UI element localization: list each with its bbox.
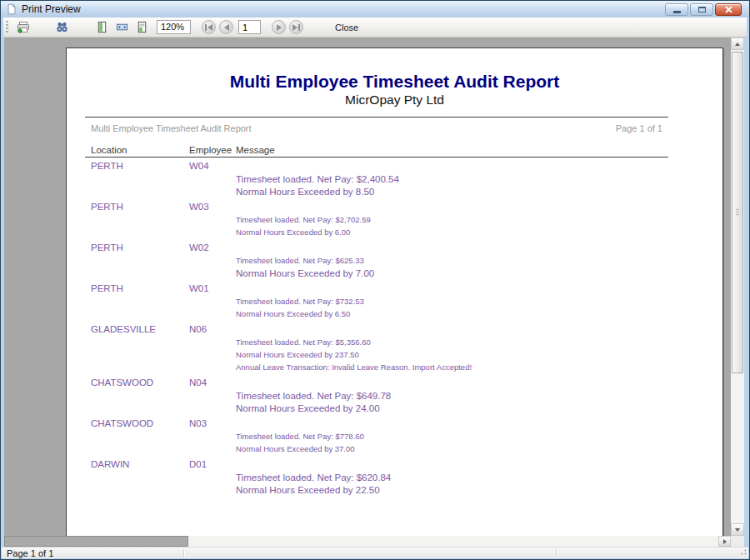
- window-controls: [665, 3, 742, 16]
- print-button[interactable]: [13, 18, 33, 36]
- row-message: Normal Hours Exceeded by 22.50: [236, 484, 722, 497]
- toolbar-grip[interactable]: [6, 21, 8, 34]
- row-message: Timesheet loaded. Net Pay: $625.33: [236, 255, 722, 268]
- row-message: Timesheet loaded. Net Pay: $2,400.54: [236, 173, 722, 186]
- row-message: Normal Hours Exceeded by 7.00: [236, 268, 722, 280]
- vertical-scrollbar[interactable]: [731, 38, 744, 536]
- preview-area: Multi Employee Timesheet Audit Report Mi…: [4, 38, 744, 547]
- row-location: DARWIN: [91, 458, 189, 470]
- page-width-icon: [116, 21, 128, 33]
- subheader-title: Multi Employee Timesheet Audit Report: [91, 123, 252, 134]
- close-preview-button[interactable]: Close: [328, 20, 365, 35]
- row-message: Timesheet loaded. Net Pay: $732.53: [236, 296, 722, 308]
- status-text: Page 1 of 1: [7, 548, 53, 558]
- table-row: CHATSWOODN04 Timesheet loaded. Net Pay: …: [67, 377, 722, 415]
- row-message: Normal Hours Exceeded by 24.00: [236, 402, 722, 415]
- row-employee: N04: [189, 378, 207, 388]
- row-employee: N03: [189, 418, 207, 428]
- row-message: Timesheet loaded. Net Pay: $620.84: [236, 472, 722, 484]
- document-icon: [6, 3, 18, 15]
- previous-page-button[interactable]: [219, 20, 233, 34]
- table-row: PERTHW02 Timesheet loaded. Net Pay: $625…: [67, 242, 722, 280]
- row-employee: W04: [189, 161, 209, 171]
- horizontal-scrollbar-thumb[interactable]: [4, 536, 188, 547]
- subheader-page-indicator: Page 1 of 1: [616, 123, 662, 134]
- row-location: PERTH: [91, 242, 189, 253]
- row-location: PERTH: [91, 160, 189, 172]
- whole-page-icon: [96, 21, 108, 33]
- row-message: Normal Hours Exceeded by 6.50: [236, 308, 722, 321]
- chevron-right-icon: [723, 539, 727, 544]
- table-row: PERTHW01 Timesheet loaded. Net Pay: $732…: [67, 282, 722, 321]
- row-message: Timesheet loaded. Net Pay: $5,356.60: [236, 337, 722, 349]
- report-title: Multi Employee Timesheet Audit Report: [67, 72, 722, 92]
- first-page-icon: [205, 24, 212, 31]
- previous-page-icon: [223, 24, 230, 31]
- row-message: Timesheet loaded. Net Pay: $649.78: [236, 390, 722, 402]
- find-icon: [56, 21, 68, 33]
- column-message: Message: [236, 145, 275, 155]
- minimize-button[interactable]: [665, 3, 688, 16]
- print-icon: [17, 21, 30, 34]
- page-number-input[interactable]: [238, 20, 261, 34]
- chevron-up-icon: [735, 42, 740, 46]
- maximize-icon: [698, 7, 706, 12]
- chevron-down-icon: [735, 528, 740, 532]
- statusbar-divider: [183, 549, 184, 557]
- close-window-button[interactable]: [715, 3, 742, 16]
- resize-grip[interactable]: [738, 547, 747, 557]
- find-button[interactable]: [52, 18, 72, 36]
- row-message: Timesheet loaded. Net Pay: $778.60: [236, 431, 722, 443]
- vertical-scrollbar-thumb[interactable]: [732, 52, 743, 373]
- table-row: GLADESVILLEN06 Timesheet loaded. Net Pay…: [67, 323, 722, 374]
- table-row: PERTHW04 Timesheet loaded. Net Pay: $2,4…: [67, 160, 722, 198]
- titlebar: Print Preview: [1, 1, 749, 18]
- maximize-button[interactable]: [690, 3, 713, 16]
- page-width-view-button[interactable]: [112, 18, 132, 36]
- row-employee: D01: [189, 459, 207, 469]
- row-message: Timesheet loaded. Net Pay: $2,702.59: [236, 214, 722, 227]
- scroll-right-button[interactable]: [718, 536, 731, 547]
- minimize-icon: [673, 11, 681, 13]
- table-row: DARWIND01 Timesheet loaded. Net Pay: $62…: [67, 458, 722, 497]
- header-rule: [85, 117, 668, 118]
- row-employee: W01: [189, 283, 209, 293]
- next-page-icon: [276, 24, 282, 31]
- next-page-button[interactable]: [272, 20, 286, 34]
- zoom-page-view-button[interactable]: [132, 18, 152, 36]
- toolbar: 120% Close: [3, 18, 747, 38]
- whole-page-view-button[interactable]: [92, 18, 112, 36]
- row-message: Annual Leave Transaction: Invalid Leave …: [236, 362, 722, 374]
- thumb-grip-icon: [736, 209, 739, 215]
- row-message: Normal Hours Exceeded by 6.00: [236, 227, 722, 239]
- row-employee: W03: [189, 202, 209, 212]
- report-page: Multi Employee Timesheet Audit Report Mi…: [66, 48, 723, 547]
- zoom-level-input[interactable]: 120%: [157, 20, 191, 34]
- window-title: Print Preview: [22, 3, 81, 15]
- scroll-up-button[interactable]: [731, 38, 744, 50]
- row-employee: N06: [189, 324, 207, 334]
- row-message: Normal Hours Exceeded by 37.00: [236, 443, 722, 456]
- row-message: Normal Hours Exceeded by 237.50: [236, 349, 722, 362]
- column-rule: [85, 157, 668, 158]
- row-location: PERTH: [91, 282, 189, 294]
- row-location: CHATSWOOD: [91, 377, 189, 388]
- horizontal-scrollbar[interactable]: [4, 536, 731, 547]
- statusbar-divider: [556, 549, 557, 557]
- last-page-icon: [292, 24, 300, 31]
- row-message: Normal Hours Exceeded by 8.50: [236, 186, 722, 198]
- close-icon: [725, 6, 732, 13]
- zoom-page-icon: [136, 21, 148, 33]
- print-preview-window: Print Preview: [0, 0, 750, 560]
- row-location: CHATSWOOD: [91, 418, 189, 429]
- row-location: PERTH: [91, 201, 189, 212]
- column-employee: Employee: [189, 145, 236, 156]
- row-location: GLADESVILLE: [91, 323, 189, 335]
- scroll-down-button[interactable]: [731, 523, 744, 536]
- status-bar: Page 1 of 1: [2, 547, 748, 558]
- last-page-button[interactable]: [289, 20, 303, 34]
- report-subheader: Multi Employee Timesheet Audit Report Pa…: [91, 123, 662, 134]
- table-row: PERTHW03 Timesheet loaded. Net Pay: $2,7…: [67, 201, 722, 239]
- column-location: Location: [91, 145, 189, 156]
- first-page-button[interactable]: [202, 20, 216, 34]
